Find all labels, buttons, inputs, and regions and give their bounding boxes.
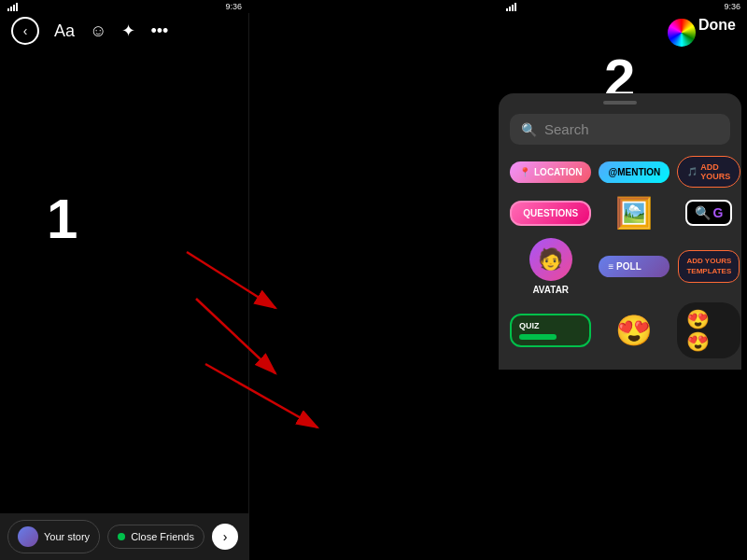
gif-sticker: 🔍G [685, 200, 732, 226]
sticker-addyours-1[interactable]: 🎵ADD YOURS [677, 156, 740, 188]
mention-sticker: @MENTION [599, 161, 669, 183]
quiz-sticker: QUIZ [510, 314, 591, 347]
more-options-icon[interactable]: ••• [150, 21, 168, 41]
emoji-sticker-2: 😍😍 [677, 302, 740, 358]
avatar [18, 526, 38, 547]
text-style-icon[interactable]: Aa [54, 21, 75, 41]
left-panel: 9:36 ‹ Aa ☺ ✦ ••• 1 Your story Close Fri… [0, 0, 249, 560]
toolbar-icons: Aa ☺ ✦ ••• [54, 21, 168, 41]
your-story-button[interactable]: Your story [7, 520, 100, 553]
emoji-face-icon[interactable]: ☺ [90, 21, 106, 41]
sticker-mention[interactable]: @MENTION [599, 156, 669, 188]
status-bar-left: 9:36 [0, 0, 249, 13]
sticker-avatar[interactable]: 🧑 AVATAR [510, 238, 591, 295]
sticker-location[interactable]: 📍LOCATION [510, 156, 591, 188]
close-friends-dot [118, 533, 125, 540]
addyours-sticker-2: ADD YOURSTEMPLATES [678, 250, 740, 283]
your-story-label: Your story [44, 531, 90, 542]
center-panel: 9:36 2 🔍 Search 📍LOCATION @MENTION 🎵ADD [249, 0, 499, 560]
emoji-sticker-1: 😍 [615, 313, 653, 348]
avatar-circle: 🧑 [529, 238, 572, 281]
sticker-grid: 📍LOCATION @MENTION 🎵ADD YOURS QUESTIONS … [499, 156, 741, 370]
photo-sticker: 🖼️ [615, 195, 653, 231]
story-bar: Your story Close Friends › [0, 513, 249, 560]
done-button[interactable]: Done [698, 17, 736, 34]
location-sticker: 📍LOCATION [510, 161, 591, 183]
color-picker[interactable] [668, 19, 696, 47]
search-bar[interactable]: 🔍 Search [510, 114, 730, 145]
status-bar-center: 9:36 [499, 0, 747, 13]
close-friends-label: Close Friends [131, 531, 194, 542]
back-button[interactable]: ‹ [11, 17, 39, 45]
label-number-1: 1 [47, 187, 78, 251]
status-signal-c [506, 3, 516, 11]
sticker-emoji-1[interactable]: 😍 [599, 302, 669, 358]
search-placeholder: Search [544, 121, 589, 137]
avatar-label: AVATAR [532, 285, 569, 295]
sheet-handle [603, 101, 637, 105]
addyours-sticker-1: 🎵ADD YOURS [677, 156, 740, 188]
sparkle-icon[interactable]: ✦ [121, 21, 135, 41]
status-time-left: 9:36 [225, 2, 242, 11]
close-friends-button[interactable]: Close Friends [107, 525, 204, 549]
status-signal [7, 3, 18, 11]
sticker-gif[interactable]: 🔍G [677, 195, 740, 231]
sticker-emoji-2[interactable]: 😍😍 [677, 302, 740, 358]
sticker-questions[interactable]: QUESTIONS [510, 195, 591, 231]
sticker-poll[interactable]: ≡ POLL [599, 238, 669, 295]
sticker-quiz[interactable]: QUIZ [510, 302, 591, 358]
sticker-addyours-2[interactable]: ADD YOURSTEMPLATES [677, 238, 740, 295]
sticker-sheet: 🔍 Search 📍LOCATION @MENTION 🎵ADD YOURS [499, 93, 741, 370]
status-time-center: 9:36 [724, 2, 740, 11]
poll-sticker: ≡ POLL [599, 256, 669, 277]
questions-sticker: QUESTIONS [510, 201, 591, 226]
search-icon: 🔍 [521, 122, 537, 137]
next-button[interactable]: › [212, 524, 238, 550]
sticker-photo[interactable]: 🖼️ [599, 195, 669, 231]
